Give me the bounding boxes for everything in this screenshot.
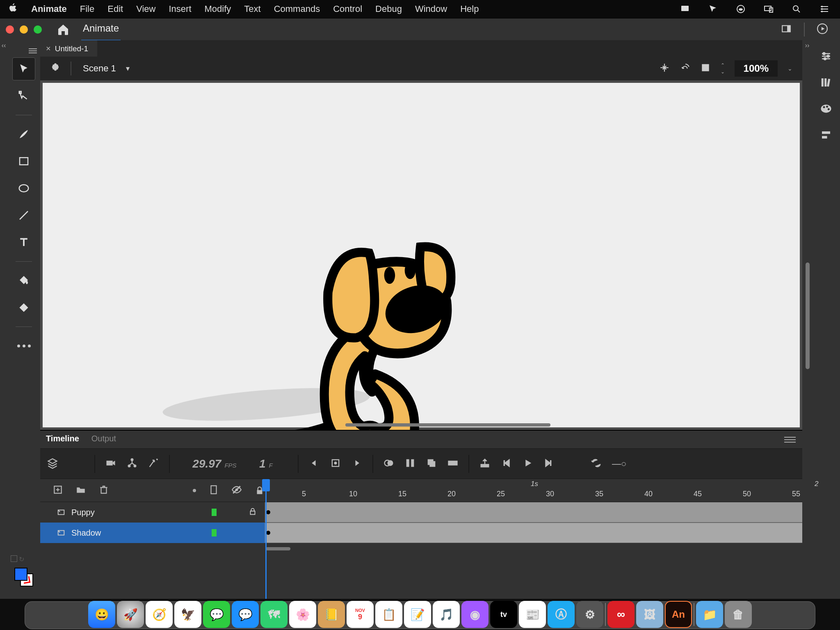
stage-scrollbar[interactable]	[345, 423, 550, 427]
apple-icon[interactable]	[8, 3, 18, 15]
line-tool[interactable]	[12, 204, 35, 227]
center-stage-icon[interactable]	[659, 62, 670, 75]
dock-animate[interactable]: An	[665, 601, 692, 628]
camera-icon[interactable]	[105, 457, 116, 470]
home-icon[interactable]	[57, 23, 70, 36]
dock-photos[interactable]: 🌸	[289, 601, 316, 628]
layer-row-shadow[interactable]: Shadow	[40, 523, 802, 543]
layer-row-puppy[interactable]: Puppy	[40, 502, 802, 523]
zoom-out-icon[interactable]: ⌄	[721, 69, 725, 75]
range-icon[interactable]: —○	[612, 459, 626, 469]
zoom-level[interactable]: 100%	[735, 60, 778, 77]
align-icon[interactable]	[820, 129, 832, 143]
dock-creative-cloud[interactable]: ∞	[607, 601, 635, 628]
dock-messages[interactable]: 💬	[203, 601, 230, 628]
puppy-artwork[interactable]	[264, 238, 510, 430]
menu-control[interactable]: Control	[333, 4, 362, 14]
oval-tool[interactable]	[12, 177, 35, 200]
dock-notes[interactable]: 📝	[404, 601, 431, 628]
delete-layer-icon[interactable]	[98, 484, 109, 497]
layer-name[interactable]: Puppy	[71, 508, 206, 517]
dock-reminders[interactable]: 📋	[375, 601, 402, 628]
zoom-dropdown-icon[interactable]: ⌄	[788, 65, 792, 72]
dock-downloads[interactable]: 📁	[696, 601, 723, 628]
visibility-indicator[interactable]	[212, 529, 217, 536]
menu-insert[interactable]: Insert	[169, 4, 191, 14]
timeline-menu-icon[interactable]	[784, 437, 796, 443]
step-forward-icon[interactable]	[543, 457, 555, 470]
menu-debug[interactable]: Debug	[375, 4, 402, 14]
more-tools[interactable]	[12, 334, 35, 357]
dock-maps[interactable]: 🗺	[260, 601, 288, 628]
keyframe-icon[interactable]	[266, 510, 270, 514]
menu-file[interactable]: File	[80, 4, 94, 14]
menu-edit[interactable]: Edit	[107, 4, 123, 14]
span-icon[interactable]	[447, 457, 459, 470]
close-window[interactable]	[6, 25, 14, 34]
dock-safari[interactable]: 🧭	[146, 601, 173, 628]
workspace-layout-icon[interactable]	[781, 23, 792, 36]
step-back-icon[interactable]	[500, 457, 512, 470]
visibility-indicator[interactable]	[212, 509, 217, 516]
play-button-icon[interactable]	[522, 457, 533, 470]
close-tab-icon[interactable]: ×	[46, 44, 51, 53]
menu-text[interactable]: Text	[244, 4, 260, 14]
color-icon[interactable]	[820, 103, 832, 116]
new-folder-icon[interactable]	[75, 484, 86, 497]
dock-podcasts[interactable]: ◉	[461, 601, 488, 628]
menu-modify[interactable]: Modify	[205, 4, 231, 14]
rotate-stage-icon[interactable]	[680, 62, 690, 75]
loop-icon[interactable]	[591, 457, 602, 470]
insert-keyframe-prev-icon[interactable]	[308, 457, 320, 470]
dock-music[interactable]: 🎵	[433, 601, 460, 628]
dock-trash[interactable]: 🗑	[725, 601, 752, 628]
layer-track[interactable]	[265, 523, 802, 543]
edit-multiple-icon[interactable]	[404, 457, 416, 470]
panel-menu-icon[interactable]	[29, 48, 37, 53]
highlight-column-icon[interactable]	[193, 489, 196, 492]
dock-settings[interactable]: ⚙	[576, 601, 603, 628]
dock-mail[interactable]: 🦅	[174, 601, 201, 628]
text-tool[interactable]	[12, 231, 35, 254]
stage[interactable]	[43, 83, 800, 427]
free-transform-tool[interactable]	[12, 84, 35, 107]
minimize-window[interactable]	[20, 25, 28, 34]
clip-stage-icon[interactable]	[700, 62, 711, 75]
dock-preview[interactable]: 🖼	[636, 601, 663, 628]
tab-timeline[interactable]: Timeline	[46, 434, 79, 445]
menu-window[interactable]: Window	[415, 4, 447, 14]
cc-cloud-icon[interactable]	[733, 4, 748, 14]
layer-depth-icon[interactable]	[148, 457, 159, 470]
selection-tool[interactable]	[12, 57, 35, 80]
layer-track[interactable]	[265, 502, 802, 523]
menu-view[interactable]: View	[136, 4, 155, 14]
keyframe-icon[interactable]	[266, 531, 270, 535]
timeline-scrollbar[interactable]	[266, 547, 290, 550]
screen-mirror-icon[interactable]	[761, 4, 776, 14]
visibility-column-icon[interactable]	[231, 484, 242, 497]
layer-name[interactable]: Shadow	[71, 528, 206, 538]
insert-keyframe-next-icon[interactable]	[351, 457, 363, 470]
export-icon[interactable]	[479, 457, 491, 470]
layer-parenting-icon[interactable]	[126, 457, 138, 470]
paint-bucket-tool[interactable]	[12, 269, 35, 292]
new-layer-icon[interactable]	[52, 484, 63, 497]
lock-icon[interactable]	[248, 507, 257, 516]
frame-ruler[interactable]: 1s 2 5 10 15 20 25 30 35 40 45 50 55	[265, 479, 802, 502]
play-icon[interactable]	[817, 23, 828, 36]
library-icon[interactable]	[820, 76, 832, 90]
snap-icon[interactable]	[11, 555, 17, 562]
dock-appstore[interactable]: Ⓐ	[548, 601, 575, 628]
display-icon[interactable]	[678, 4, 692, 14]
color-swatches[interactable]	[14, 568, 33, 587]
onion-skin-icon[interactable]	[383, 457, 395, 470]
left-gutter[interactable]: ‹‹	[0, 40, 7, 599]
outline-column-icon[interactable]	[208, 484, 219, 497]
swap-icon[interactable]: ↻	[19, 555, 25, 562]
right-scrollbar[interactable]	[806, 262, 810, 369]
insert-keyframe-icon[interactable]	[330, 457, 341, 470]
dock-messages2[interactable]: 💬	[232, 601, 259, 628]
app-name[interactable]: Animate	[31, 4, 67, 14]
brush-tool[interactable]	[12, 123, 35, 146]
control-center-icon[interactable]	[817, 4, 832, 14]
